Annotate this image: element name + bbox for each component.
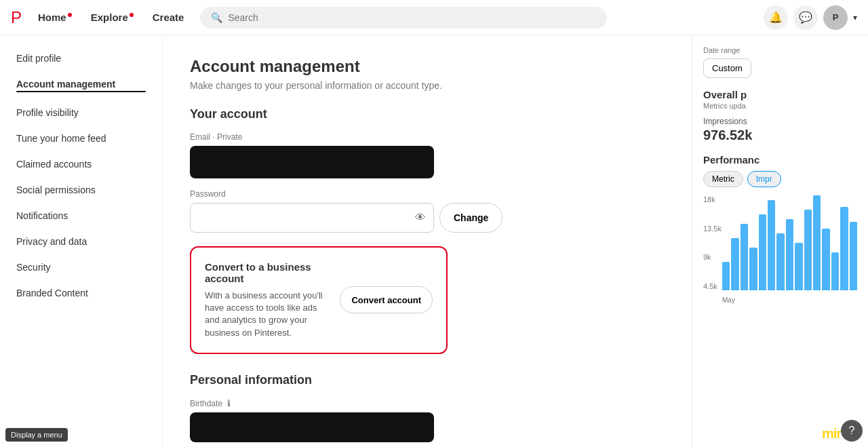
chevron-down-icon[interactable]: ▾ bbox=[853, 13, 857, 22]
sidebar-item-notifications[interactable]: Notifications bbox=[5, 203, 157, 228]
custom-date-button[interactable]: Custom bbox=[703, 58, 751, 78]
chart-y-18k: 18k bbox=[703, 195, 722, 203]
birthdate-display bbox=[190, 412, 434, 442]
birthdate-info-icon[interactable]: ℹ bbox=[227, 398, 231, 408]
chart-bar bbox=[759, 214, 766, 290]
impressions-value: 976.52k bbox=[703, 128, 857, 143]
nav-icons: 🔔 💬 P ▾ bbox=[764, 5, 857, 30]
chart-bar bbox=[776, 233, 784, 290]
metric-tab-impressions[interactable]: Impr bbox=[747, 171, 781, 187]
search-bar[interactable]: 🔍 bbox=[200, 7, 607, 28]
nav-links: Home Explore Create bbox=[30, 6, 192, 28]
metric-tabs: Metric Impr bbox=[703, 171, 857, 187]
sidebar: Edit profile Account management Profile … bbox=[0, 35, 163, 447]
sidebar-item-profile-visibility[interactable]: Profile visibility bbox=[5, 100, 157, 125]
business-account-box: Convert to a business account With a bus… bbox=[190, 246, 448, 354]
metric-tab-metric[interactable]: Metric bbox=[703, 171, 743, 187]
chart-bar bbox=[850, 222, 857, 290]
chart-bar bbox=[768, 200, 775, 290]
nav-explore[interactable]: Explore bbox=[83, 6, 142, 28]
page-title: Account management bbox=[190, 57, 665, 76]
change-password-button[interactable]: Change bbox=[439, 203, 502, 233]
chart-y-13k: 13.5k bbox=[703, 225, 722, 233]
overall-title: Overall p bbox=[703, 89, 857, 100]
password-input[interactable] bbox=[190, 203, 434, 233]
chart-bar bbox=[813, 195, 821, 290]
metrics-update: Metrics upda bbox=[703, 102, 857, 110]
chart-bar bbox=[722, 262, 730, 290]
email-label: Email · Private bbox=[190, 132, 665, 142]
sidebar-item-branded-content[interactable]: Branded Content bbox=[5, 281, 157, 305]
business-box-title: Convert to a business account bbox=[205, 261, 329, 284]
right-panel: Date range Custom Overall p Metrics upda… bbox=[692, 35, 868, 447]
home-dot bbox=[68, 13, 72, 17]
nav-home[interactable]: Home bbox=[30, 6, 80, 28]
pinterest-logo[interactable]: P bbox=[11, 8, 22, 27]
avatar-button[interactable]: P bbox=[823, 5, 848, 30]
chart-bar bbox=[840, 207, 848, 290]
chart-bar bbox=[741, 224, 748, 290]
chart-bar bbox=[822, 229, 829, 290]
performance-title: Performanc bbox=[703, 154, 857, 166]
sidebar-item-tune-home-feed[interactable]: Tune your home feed bbox=[5, 126, 157, 151]
notifications-button[interactable]: 🔔 bbox=[764, 5, 788, 30]
chart-bars bbox=[722, 195, 857, 290]
chart-bar bbox=[831, 252, 839, 290]
nav-create[interactable]: Create bbox=[144, 6, 193, 28]
date-range-label: Date range bbox=[703, 46, 857, 54]
personal-info-title: Personal information bbox=[190, 373, 665, 387]
password-row: 👁 Change bbox=[190, 203, 665, 233]
your-account-title: Your account bbox=[190, 107, 665, 121]
chart-bar bbox=[731, 238, 738, 290]
top-navigation: P Home Explore Create 🔍 🔔 💬 P ▾ bbox=[0, 0, 868, 35]
messages-button[interactable]: 💬 bbox=[793, 5, 818, 30]
sidebar-item-social-permissions[interactable]: Social permissions bbox=[5, 178, 157, 202]
impressions-label: Impressions bbox=[703, 117, 857, 126]
chart-bar bbox=[749, 248, 757, 290]
sidebar-item-security[interactable]: Security bbox=[5, 255, 157, 279]
sidebar-item-privacy-data[interactable]: Privacy and data bbox=[5, 229, 157, 254]
page-layout: Edit profile Account management Profile … bbox=[0, 35, 868, 447]
password-input-wrap: 👁 bbox=[190, 203, 434, 233]
business-box-text: Convert to a business account With a bus… bbox=[205, 261, 329, 339]
help-button[interactable]: ? bbox=[841, 420, 863, 442]
chart-xlabel: May bbox=[722, 296, 735, 304]
sidebar-item-account-management[interactable]: Account management bbox=[5, 72, 157, 99]
eye-icon[interactable]: 👁 bbox=[415, 212, 426, 224]
birthdate-label: Birthdate ℹ bbox=[190, 398, 665, 408]
miro-watermark: mir bbox=[822, 426, 841, 442]
chart-area: 18k 13.5k 9k 4.5k May bbox=[703, 195, 857, 304]
page-subtitle: Make changes to your personal informatio… bbox=[190, 80, 665, 91]
sidebar-item-edit-profile[interactable]: Edit profile bbox=[5, 46, 157, 71]
chart-bar bbox=[795, 243, 802, 290]
password-label: Password bbox=[190, 189, 665, 199]
search-input[interactable] bbox=[228, 12, 596, 23]
chart-y-4k: 4.5k bbox=[703, 282, 722, 290]
business-box-description: With a business account you'll have acce… bbox=[205, 290, 329, 339]
search-icon: 🔍 bbox=[211, 12, 222, 23]
main-content: Account management Make changes to your … bbox=[163, 35, 692, 447]
chart-yaxis: 18k 13.5k 9k 4.5k bbox=[703, 195, 722, 290]
email-field-display bbox=[190, 146, 434, 178]
chart-y-9k: 9k bbox=[703, 253, 722, 261]
chart-bar bbox=[804, 210, 812, 290]
chart-bar bbox=[786, 219, 793, 290]
convert-account-button[interactable]: Convert account bbox=[340, 286, 433, 313]
explore-dot bbox=[130, 13, 134, 17]
sidebar-item-claimed-accounts[interactable]: Claimed accounts bbox=[5, 152, 157, 176]
